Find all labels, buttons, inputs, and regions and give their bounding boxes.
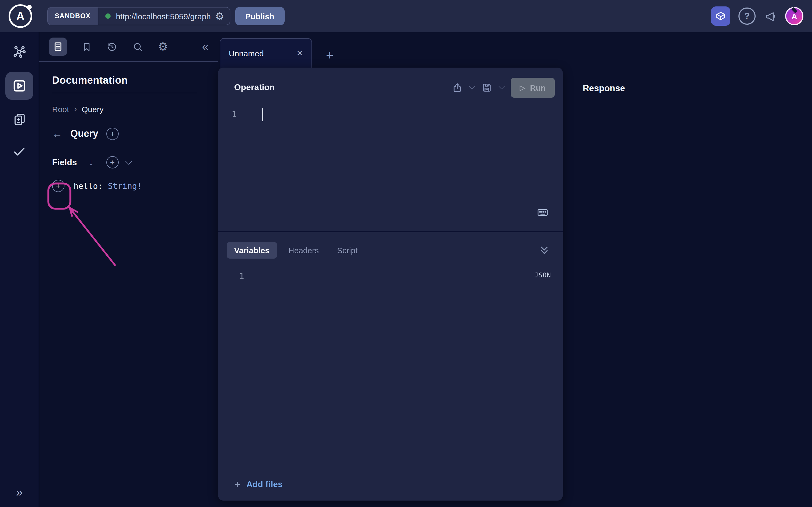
publish-button[interactable]: Publish bbox=[235, 7, 284, 25]
add-all-fields-button[interactable]: + bbox=[106, 128, 119, 140]
response-title: Response bbox=[583, 83, 625, 93]
collapse-variables-button[interactable] bbox=[540, 246, 549, 255]
sandbox-mode-button[interactable] bbox=[711, 6, 730, 26]
text-caret bbox=[262, 108, 263, 121]
connection-settings-gear-icon[interactable]: ⚙ bbox=[215, 11, 224, 21]
operation-title: Operation bbox=[234, 82, 275, 92]
close-tab-icon[interactable]: ✕ bbox=[297, 49, 303, 57]
topbar: A SANDBOX http://localhost:5059/graph ⚙ … bbox=[0, 0, 812, 32]
add-field-hello-button[interactable]: + bbox=[52, 180, 64, 192]
connection-status-dot bbox=[105, 13, 110, 19]
operation-editor[interactable]: 1 bbox=[218, 102, 563, 231]
type-heading-row: ← Query + bbox=[52, 128, 218, 140]
document-list-icon bbox=[53, 41, 63, 52]
breadcrumb-root[interactable]: Root bbox=[52, 104, 69, 113]
field-type[interactable]: String! bbox=[108, 181, 142, 191]
saved-operations-button[interactable] bbox=[82, 42, 92, 52]
annotation-arrow-head bbox=[70, 208, 77, 216]
history-button[interactable] bbox=[106, 41, 118, 52]
app-window: A SANDBOX http://localhost:5059/graph ⚙ … bbox=[0, 0, 812, 507]
variables-line-number: 1 bbox=[226, 272, 257, 281]
search-icon bbox=[132, 41, 143, 52]
run-label: Run bbox=[530, 83, 546, 92]
tab-unnamed[interactable]: Unnamed ✕ bbox=[220, 38, 312, 68]
tab-script[interactable]: Script bbox=[330, 242, 365, 259]
documentation-title: Documentation bbox=[52, 74, 218, 87]
apollo-logo-icon: A bbox=[9, 4, 32, 28]
fields-header-row: Fields ↓ + bbox=[52, 156, 218, 168]
annotation-arrow-shaft bbox=[70, 209, 115, 265]
nav-explorer-button[interactable] bbox=[5, 72, 33, 100]
share-operation-button[interactable] bbox=[452, 82, 463, 93]
new-tab-button[interactable]: + bbox=[326, 49, 334, 62]
play-square-icon bbox=[11, 78, 28, 94]
user-avatar[interactable]: A bbox=[785, 7, 803, 25]
operation-actions: ▷ Run bbox=[452, 77, 555, 97]
double-chevron-down-icon bbox=[540, 246, 549, 255]
documentation-toolbar: ⚙ « bbox=[39, 32, 218, 62]
megaphone-icon bbox=[764, 9, 777, 23]
save-options-chevron-icon[interactable] bbox=[498, 83, 505, 90]
variables-tabbar: Variables Headers Script bbox=[226, 242, 551, 259]
nav-schema-button[interactable] bbox=[9, 41, 30, 62]
tab-headers[interactable]: Headers bbox=[282, 242, 326, 259]
endpoint-url-input[interactable]: http://localhost:5059/graph bbox=[116, 11, 211, 21]
field-name[interactable]: hello: bbox=[73, 181, 103, 191]
question-mark-icon: ? bbox=[744, 11, 750, 21]
breadcrumb-current[interactable]: Query bbox=[82, 104, 104, 113]
save-operation-button[interactable] bbox=[481, 82, 493, 93]
tab-label: Unnamed bbox=[229, 49, 264, 58]
diff-documents-icon bbox=[12, 112, 27, 126]
collapse-panel-button[interactable]: « bbox=[202, 40, 208, 53]
editor-line-number: 1 bbox=[218, 109, 250, 119]
share-icon bbox=[452, 82, 463, 93]
avatar-initial: A bbox=[791, 11, 797, 21]
announcements-button[interactable] bbox=[764, 9, 777, 23]
type-heading: Query bbox=[70, 128, 98, 139]
tab-variables[interactable]: Variables bbox=[226, 242, 277, 259]
chevron-down-icon[interactable] bbox=[125, 158, 132, 164]
documentation-content: Documentation Root › Query ← Query + Fie… bbox=[39, 62, 218, 192]
breadcrumb: Root › Query bbox=[52, 104, 218, 114]
fields-label: Fields bbox=[52, 158, 77, 167]
topbar-right-actions: ? A bbox=[711, 6, 803, 26]
sort-fields-icon[interactable]: ↓ bbox=[89, 157, 93, 168]
add-files-label: Add files bbox=[246, 480, 283, 489]
operation-section: Operation bbox=[218, 68, 563, 231]
variables-section: Variables Headers Script 1 JSON bbox=[218, 232, 563, 501]
expand-sidebar-button[interactable]: » bbox=[0, 486, 39, 500]
variables-editor[interactable]: 1 JSON bbox=[226, 272, 551, 281]
checkmark-icon bbox=[12, 144, 27, 159]
bookmark-icon bbox=[82, 42, 92, 52]
share-options-chevron-icon[interactable] bbox=[469, 83, 475, 90]
plus-icon: + bbox=[234, 479, 240, 490]
nav-changelog-button[interactable] bbox=[9, 108, 30, 130]
breadcrumb-separator-icon: › bbox=[74, 104, 77, 114]
add-fields-button[interactable]: + bbox=[106, 156, 118, 168]
format-badge: JSON bbox=[535, 272, 551, 279]
main-area: Unnamed ✕ + Operation bbox=[218, 32, 812, 507]
logo-orbit-dot bbox=[27, 5, 32, 10]
play-icon: ▷ bbox=[520, 83, 525, 92]
help-button[interactable]: ? bbox=[739, 7, 756, 25]
box-icon bbox=[715, 10, 727, 22]
explorer-settings-button[interactable]: ⚙ bbox=[158, 40, 168, 53]
add-files-button[interactable]: + Add files bbox=[226, 479, 551, 490]
sandbox-badge: SANDBOX bbox=[48, 7, 98, 25]
endpoint-bar: SANDBOX http://localhost:5059/graph ⚙ bbox=[47, 7, 230, 25]
history-clock-icon bbox=[106, 41, 118, 52]
logo-initial: A bbox=[16, 10, 24, 22]
docs-tab-button[interactable] bbox=[49, 38, 67, 56]
operation-header: Operation bbox=[218, 68, 563, 102]
run-button[interactable]: ▷ Run bbox=[511, 77, 555, 97]
operation-tabbar: Unnamed ✕ + bbox=[218, 32, 812, 68]
field-row-hello[interactable]: + hello: String! bbox=[52, 180, 218, 192]
nav-checks-button[interactable] bbox=[9, 140, 30, 162]
graph-network-icon bbox=[12, 44, 27, 59]
back-arrow-icon[interactable]: ← bbox=[52, 129, 62, 139]
search-button[interactable] bbox=[132, 41, 143, 52]
left-nav-rail: » bbox=[0, 32, 39, 507]
keyboard-shortcuts-button[interactable] bbox=[537, 206, 549, 218]
documentation-panel: ⚙ « Documentation Root › Query ← Query + bbox=[39, 32, 218, 507]
save-floppy-icon bbox=[481, 82, 493, 93]
